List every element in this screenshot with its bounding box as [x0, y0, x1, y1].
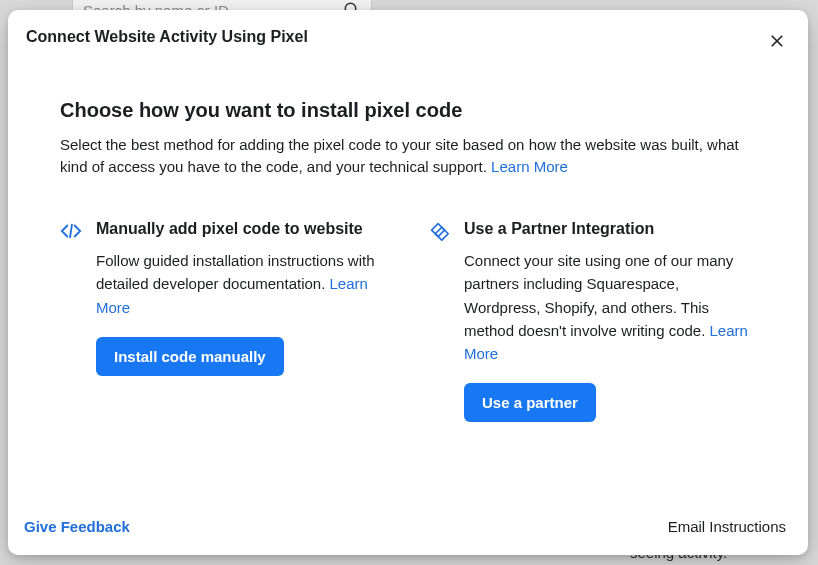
install-manually-button[interactable]: Install code manually: [96, 337, 284, 376]
close-icon: [768, 32, 786, 50]
option-manual-title: Manually add pixel code to website: [96, 218, 388, 240]
option-partner-description-text: Connect your site using one of our many …: [464, 252, 733, 339]
code-icon: [60, 220, 82, 242]
modal-title: Connect Website Activity Using Pixel: [26, 28, 308, 46]
option-partner-content: Use a Partner Integration Connect your s…: [464, 218, 756, 423]
give-feedback-link[interactable]: Give Feedback: [24, 518, 130, 535]
modal-body: Choose how you want to install pixel cod…: [8, 63, 808, 504]
section-description: Select the best method for adding the pi…: [60, 134, 756, 178]
option-partner-title: Use a Partner Integration: [464, 218, 756, 240]
pixel-install-modal: Connect Website Activity Using Pixel Cho…: [8, 10, 808, 555]
partner-icon: [428, 220, 450, 242]
option-manual-description: Follow guided installation instructions …: [96, 249, 388, 319]
install-options: Manually add pixel code to website Follo…: [60, 218, 756, 423]
option-manual: Manually add pixel code to website Follo…: [60, 218, 388, 423]
svg-line-4: [70, 224, 72, 237]
learn-more-link-main[interactable]: Learn More: [491, 158, 568, 175]
email-instructions-button[interactable]: Email Instructions: [668, 518, 786, 535]
section-description-text: Select the best method for adding the pi…: [60, 136, 739, 175]
option-partner-description: Connect your site using one of our many …: [464, 249, 756, 365]
modal-footer: Give Feedback Email Instructions: [8, 504, 808, 555]
option-partner: Use a Partner Integration Connect your s…: [428, 218, 756, 423]
use-partner-button[interactable]: Use a partner: [464, 383, 596, 422]
option-manual-content: Manually add pixel code to website Follo…: [96, 218, 388, 376]
modal-header: Connect Website Activity Using Pixel: [8, 10, 808, 63]
close-button[interactable]: [764, 28, 790, 57]
section-heading: Choose how you want to install pixel cod…: [60, 99, 756, 122]
